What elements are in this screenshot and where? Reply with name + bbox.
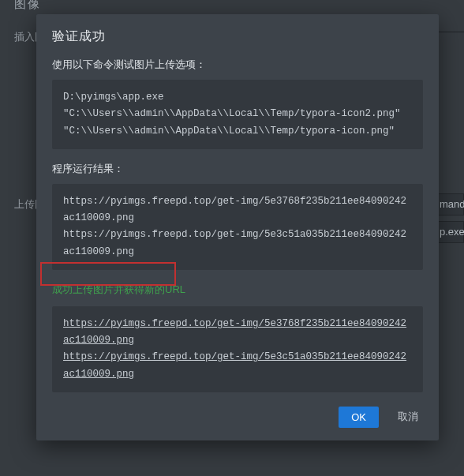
dialog-title: 验证成功 — [52, 28, 423, 45]
dialog-button-row: OK 取消 — [52, 407, 423, 428]
result-line: https://pyimgs.freepd.top/get-img/5e3768… — [63, 193, 412, 227]
result-box: https://pyimgs.freepd.top/get-img/5e3768… — [52, 184, 423, 270]
cmd-line: "C:\\Users\\admin\\AppData\\Local\\Temp/… — [63, 123, 412, 140]
bg-heading: 图像 — [14, 0, 41, 12]
cmd-line: "C:\\Users\\admin\\AppData\\Local\\Temp/… — [63, 106, 412, 122]
result-url-link[interactable]: https://pyimgs.freepd.top/get-img/5e3768… — [63, 316, 412, 350]
result-line: https://pyimgs.freepd.top/get-img/5e3c51… — [63, 227, 412, 260]
result-url-link[interactable]: https://pyimgs.freepd.top/get-img/5e3c51… — [63, 349, 412, 383]
cmd-line: D:\pyimgs\app.exe — [63, 89, 412, 106]
cancel-button[interactable]: 取消 — [398, 410, 418, 424]
command-box: D:\pyimgs\app.exe "C:\\Users\\admin\\App… — [52, 80, 423, 149]
url-link-box: https://pyimgs.freepd.top/get-img/5e3768… — [52, 306, 423, 392]
validation-dialog: 验证成功 使用以下命令测试图片上传选项： D:\pyimgs\app.exe "… — [36, 14, 439, 440]
result-section-label: 程序运行结果： — [52, 162, 423, 176]
ok-button[interactable]: OK — [339, 407, 379, 428]
command-section-label: 使用以下命令测试图片上传选项： — [52, 58, 423, 72]
success-message: 成功上传图片并获得新的URL — [52, 283, 423, 297]
